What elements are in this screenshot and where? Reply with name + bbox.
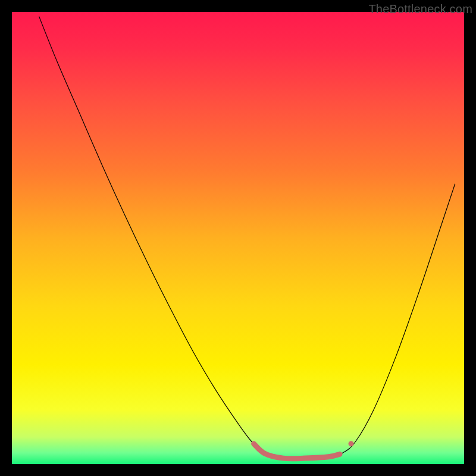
chart-background	[12, 12, 464, 464]
bottleneck-chart	[12, 12, 464, 464]
watermark-label: TheBottleneck.com	[368, 2, 472, 16]
highlight-dot-icon	[349, 441, 354, 446]
